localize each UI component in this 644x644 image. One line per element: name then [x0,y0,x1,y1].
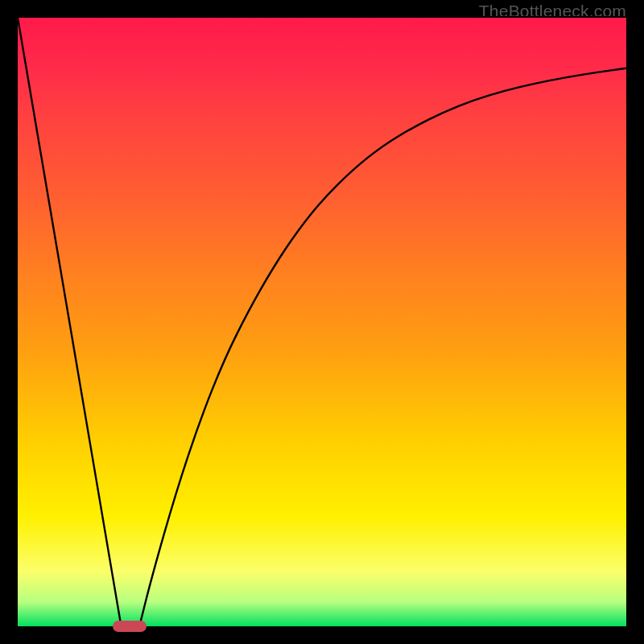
plot-area [16,16,628,628]
curve-layer [18,18,626,626]
left-line [18,18,122,626]
right-curve [139,68,626,626]
bottleneck-chart: TheBottleneck.com [0,0,644,644]
optimal-marker [113,621,147,632]
